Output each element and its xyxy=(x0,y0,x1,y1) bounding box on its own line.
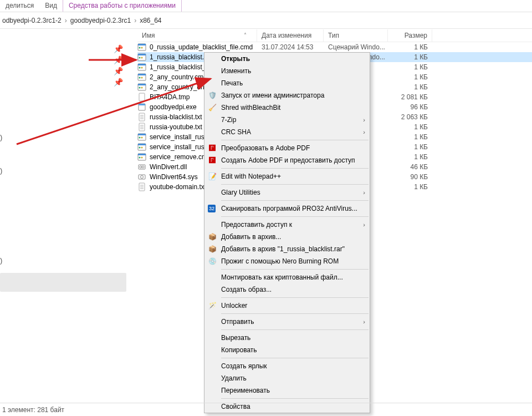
svg-point-2 xyxy=(139,47,141,49)
file-icon xyxy=(137,182,146,191)
sidebar-label: ) xyxy=(0,256,2,265)
breadcrumb-seg[interactable]: goodbyedpi-0.2.3rc1 xyxy=(68,17,133,24)
ctx-adobe-pdf[interactable]: 🅿Преобразовать в Adobe PDF xyxy=(204,142,370,154)
ctx-send-to[interactable]: Отправить› xyxy=(204,316,370,328)
chevron-right-icon: › xyxy=(64,17,68,24)
svg-rect-20 xyxy=(139,93,145,101)
file-icon xyxy=(137,103,146,111)
shield-icon: 🛡️ xyxy=(208,91,217,100)
sidebar: 📌 📌 📌 📌 ) ) ) xyxy=(0,29,133,403)
pin-icon[interactable]: 📌 xyxy=(114,67,123,75)
file-size: 90 КБ xyxy=(388,173,428,181)
file-date: 31.07.2024 14:53 xyxy=(257,43,324,51)
ctx-delete[interactable]: Удалить xyxy=(204,372,370,384)
ctx-unlocker[interactable]: 🪄Unlocker xyxy=(204,300,370,312)
pin-icon[interactable]: 📌 xyxy=(114,78,123,87)
separator xyxy=(221,140,369,140)
separator xyxy=(221,313,369,314)
separator xyxy=(221,398,369,399)
svg-point-14 xyxy=(139,77,141,79)
svg-point-38 xyxy=(141,147,143,149)
pdf-share-icon: 🅿 xyxy=(208,156,217,165)
svg-point-41 xyxy=(139,157,141,159)
pin-icon[interactable]: 📌 xyxy=(114,44,123,53)
breadcrumb[interactable]: odbyedpi-0.2.3rc1-2 › goodbyedpi-0.2.3rc… xyxy=(0,12,532,29)
context-menu: Открыть Изменить Печать 🛡️Запуск от имен… xyxy=(204,52,370,413)
svg-rect-36 xyxy=(138,144,146,145)
pin-icon[interactable]: 📌 xyxy=(114,55,123,64)
ctx-add-archive[interactable]: 📦Добавить в архив... xyxy=(204,231,370,243)
ctx-add-archive-named[interactable]: 📦Добавить в архив "1_russia_blacklist.ra… xyxy=(204,243,370,255)
notepadpp-icon: 📝 xyxy=(208,172,217,181)
rar-icon: 📦 xyxy=(208,232,217,241)
file-icon xyxy=(137,63,146,72)
separator xyxy=(221,184,369,185)
ctx-open[interactable]: Открыть xyxy=(204,53,370,65)
file-icon xyxy=(137,113,146,121)
svg-point-42 xyxy=(141,157,143,159)
file-size: 1 КБ xyxy=(388,123,428,131)
file-name: 0_russia_update_blacklist_file.cmd xyxy=(150,43,257,51)
chevron-right-icon: › xyxy=(133,17,137,24)
ctx-nero-burn[interactable]: 💿Прожиг с помощью Nero Burning ROM xyxy=(204,255,370,267)
ctx-cut[interactable]: Вырезать xyxy=(204,332,370,344)
ctx-copy[interactable]: Копировать xyxy=(204,344,370,356)
svg-point-10 xyxy=(139,67,141,69)
ctx-7zip[interactable]: 7-Zip› xyxy=(204,114,370,126)
tab-app-tools[interactable]: Средства работы с приложениями xyxy=(63,0,182,12)
ctx-grant-access[interactable]: Предоставить доступ к› xyxy=(204,219,370,231)
ctx-adobe-share[interactable]: 🅿Создать Adobe PDF и предоставить доступ xyxy=(204,154,370,166)
file-size: 1 КБ xyxy=(388,63,428,71)
file-row[interactable]: 0_russia_update_blacklist_file.cmd31.07.… xyxy=(137,42,532,52)
separator xyxy=(221,358,369,358)
svg-rect-9 xyxy=(138,64,146,65)
chevron-right-icon: › xyxy=(363,221,365,228)
file-size: 1 КБ xyxy=(388,133,428,141)
file-size: 1 КБ xyxy=(388,183,428,191)
separator xyxy=(221,168,369,169)
chevron-right-icon: › xyxy=(363,318,365,325)
col-type[interactable]: Тип xyxy=(324,29,388,42)
separator xyxy=(221,329,369,330)
sort-asc-icon: ˄ xyxy=(244,32,247,38)
ctx-create-image[interactable]: Создать образ... xyxy=(204,283,370,296)
chevron-right-icon: › xyxy=(363,189,365,196)
file-size: 1 КБ xyxy=(388,143,428,151)
ctx-crc-sha[interactable]: CRC SHA› xyxy=(204,126,370,138)
ctx-pro32-scan[interactable]: 32Сканировать программой PRO32 AntiVirus… xyxy=(204,202,370,215)
ctx-notepad[interactable]: 📝Edit with Notepad++ xyxy=(204,170,370,182)
svg-rect-40 xyxy=(138,154,146,155)
ctx-print[interactable]: Печать xyxy=(204,77,370,89)
ctx-shred[interactable]: 🧹Shred withBleachBit xyxy=(204,102,370,114)
tab-share[interactable]: делиться xyxy=(0,0,39,12)
svg-rect-5 xyxy=(138,54,146,55)
svg-point-15 xyxy=(141,77,143,79)
ctx-rename[interactable]: Переименовать xyxy=(204,384,370,397)
file-icon xyxy=(137,43,146,52)
col-date[interactable]: Дата изменения xyxy=(257,29,324,42)
file-size: 1 КБ xyxy=(388,53,428,61)
ctx-mount-crypt[interactable]: Монтировать как криптованный файл... xyxy=(204,271,370,283)
separator xyxy=(221,216,369,217)
svg-rect-17 xyxy=(138,84,146,85)
col-size[interactable]: Размер xyxy=(388,29,432,42)
separator xyxy=(221,200,369,201)
ctx-edit[interactable]: Изменить xyxy=(204,65,370,77)
sidebar-selection xyxy=(0,273,126,292)
file-icon xyxy=(137,163,146,171)
file-icon xyxy=(137,173,146,181)
file-size: 1 КБ xyxy=(388,73,428,81)
svg-point-18 xyxy=(139,87,141,89)
breadcrumb-seg[interactable]: odbyedpi-0.2.3rc1-2 xyxy=(0,17,64,24)
breadcrumb-seg[interactable]: x86_64 xyxy=(137,17,163,24)
svg-point-33 xyxy=(139,137,141,139)
tab-view[interactable]: Вид xyxy=(39,0,63,12)
file-icon xyxy=(137,93,146,102)
svg-point-37 xyxy=(139,147,141,149)
ctx-run-as-admin[interactable]: 🛡️Запуск от имени администратора xyxy=(204,89,370,102)
ctx-create-shortcut[interactable]: Создать ярлык xyxy=(204,360,370,372)
status-text: 1 элемент: 281 байт xyxy=(2,406,64,414)
file-icon xyxy=(137,83,146,92)
col-name[interactable]: Имя˄ xyxy=(137,29,257,42)
ctx-glary[interactable]: Glary Utilities› xyxy=(204,186,370,199)
